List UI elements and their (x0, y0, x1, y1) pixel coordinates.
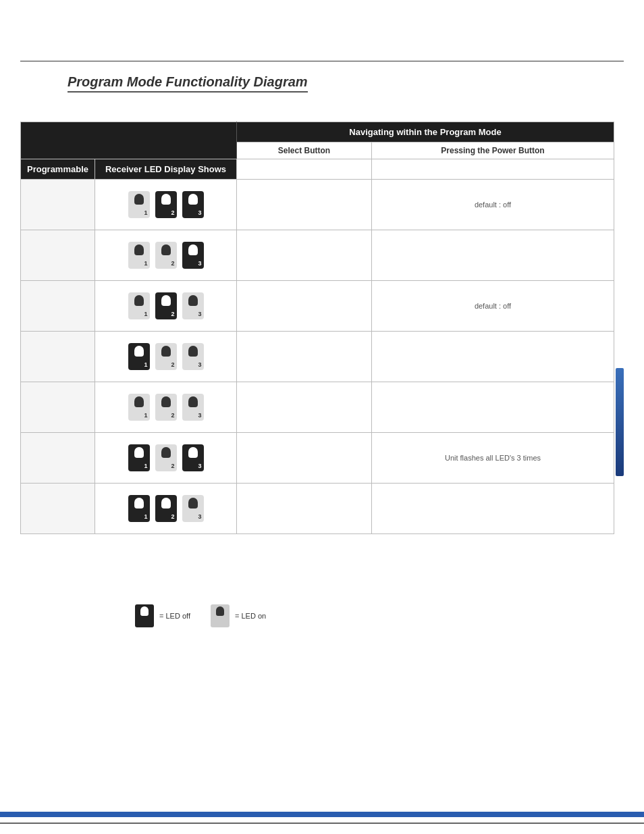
led-display-2: 1 2 3 (98, 236, 234, 274)
led-cell-6: 1 2 3 (95, 433, 237, 484)
led-number: 1 (144, 412, 147, 419)
prog-cell-4 (21, 332, 95, 382)
mic-shape (188, 194, 198, 205)
mic-shape-legend (140, 606, 149, 616)
mic-shape (188, 244, 198, 255)
led-number: 3 (198, 412, 201, 419)
header-select-button: Select Button (237, 142, 372, 159)
led-unit-3-3: 3 (182, 292, 204, 319)
power-text-6: Unit flashes all LED's 3 times (445, 454, 541, 462)
led-number: 3 (198, 209, 201, 216)
prog-cell-2 (21, 230, 95, 281)
led-cell-3: 1 2 3 (95, 281, 237, 332)
mic-shape (188, 396, 198, 407)
top-divider (20, 61, 624, 61)
led-number: 3 (198, 260, 201, 267)
led-unit-6-2: 2 (155, 444, 177, 471)
mic-shape (161, 396, 171, 407)
page-title: Program Mode Functionality Diagram (68, 74, 308, 93)
led-unit-7-1: 1 (128, 495, 150, 522)
prog-cell-5 (21, 382, 95, 433)
header-programmable: Programmable (21, 159, 95, 180)
led-number: 1 (144, 463, 147, 469)
led-unit-5-1: 1 (128, 394, 150, 421)
led-number: 1 (144, 311, 147, 317)
mic-shape (188, 498, 198, 509)
led-number: 2 (171, 209, 174, 216)
select-cell-4 (237, 332, 372, 382)
program-mode-table: Navigating within the Program Mode Selec… (20, 122, 614, 534)
header-led-display: Receiver LED Display Shows (95, 159, 237, 180)
led-unit-2-3: 3 (182, 242, 204, 269)
led-number: 2 (171, 311, 174, 317)
legend-item-lit: = LED on (211, 604, 266, 627)
prog-cell-1 (21, 180, 95, 230)
led-unit-6-1: 1 (128, 444, 150, 471)
mic-shape (188, 346, 198, 357)
prog-cell-3 (21, 281, 95, 332)
legend-dark-label: = LED off (159, 612, 190, 620)
led-unit-3-2: 2 (155, 292, 177, 319)
legend-item-dark: = LED off (135, 604, 190, 627)
led-unit-7-3: 3 (182, 495, 204, 522)
table-row: 1 2 3 (21, 230, 614, 281)
power-cell-2 (372, 230, 614, 281)
led-unit-4-3: 3 (182, 343, 204, 370)
led-number: 2 (171, 361, 174, 368)
page-container: Program Mode Functionality Diagram Navig… (0, 0, 644, 834)
led-number: 3 (198, 463, 201, 469)
led-number: 3 (198, 513, 201, 520)
header-row-1: Navigating within the Program Mode (21, 122, 614, 142)
table-row: 1 2 3 (21, 332, 614, 382)
led-unit-1-3: 3 (182, 191, 204, 218)
table-row: 1 2 3 Unit flashes all LED's (21, 433, 614, 484)
mic-shape (134, 447, 144, 458)
mic-shape (161, 447, 171, 458)
led-display-3: 1 2 3 (98, 287, 234, 325)
power-text-1: default : off (475, 201, 511, 209)
header-row-3: Programmable Receiver LED Display Shows (21, 159, 614, 180)
power-cell-4 (372, 332, 614, 382)
led-number: 1 (144, 361, 147, 368)
select-cell-1 (237, 180, 372, 230)
led-number: 2 (171, 513, 174, 520)
mic-shape (188, 295, 198, 306)
led-display-6: 1 2 3 (98, 439, 234, 477)
led-unit-1-2: 2 (155, 191, 177, 218)
select-cell-7 (237, 484, 372, 534)
header-select-empty (237, 159, 372, 180)
mic-shape (161, 346, 171, 357)
led-unit-2-1: 1 (128, 242, 150, 269)
legend-lit-label: = LED on (235, 612, 266, 620)
select-cell-5 (237, 382, 372, 433)
led-number: 1 (144, 260, 147, 267)
mic-shape (134, 346, 144, 357)
legend-icon-lit (211, 604, 230, 627)
mic-shape (161, 194, 171, 205)
led-number: 3 (198, 311, 201, 317)
mic-shape (134, 498, 144, 509)
led-number: 1 (144, 513, 147, 520)
prog-cell-6 (21, 433, 95, 484)
bottom-bar (0, 812, 644, 817)
select-cell-3 (237, 281, 372, 332)
led-display-4: 1 2 3 (98, 338, 234, 375)
led-unit-6-3: 3 (182, 444, 204, 471)
led-unit-5-2: 2 (155, 394, 177, 421)
header-power-button: Pressing the Power Button (372, 142, 614, 159)
header-power-empty (372, 159, 614, 180)
table-row: 1 2 3 (21, 382, 614, 433)
led-display-7: 1 2 3 (98, 490, 234, 527)
led-number: 2 (171, 463, 174, 469)
select-cell-2 (237, 230, 372, 281)
led-cell-2: 1 2 3 (95, 230, 237, 281)
legend-icon-dark (135, 604, 154, 627)
mic-shape (134, 295, 144, 306)
table-row: 1 2 3 (21, 484, 614, 534)
power-cell-5 (372, 382, 614, 433)
led-cell-5: 1 2 3 (95, 382, 237, 433)
mic-shape (188, 447, 198, 458)
power-cell-6: Unit flashes all LED's 3 times (372, 433, 614, 484)
power-text-3: default : off (475, 302, 511, 310)
led-cell-4: 1 2 3 (95, 332, 237, 382)
